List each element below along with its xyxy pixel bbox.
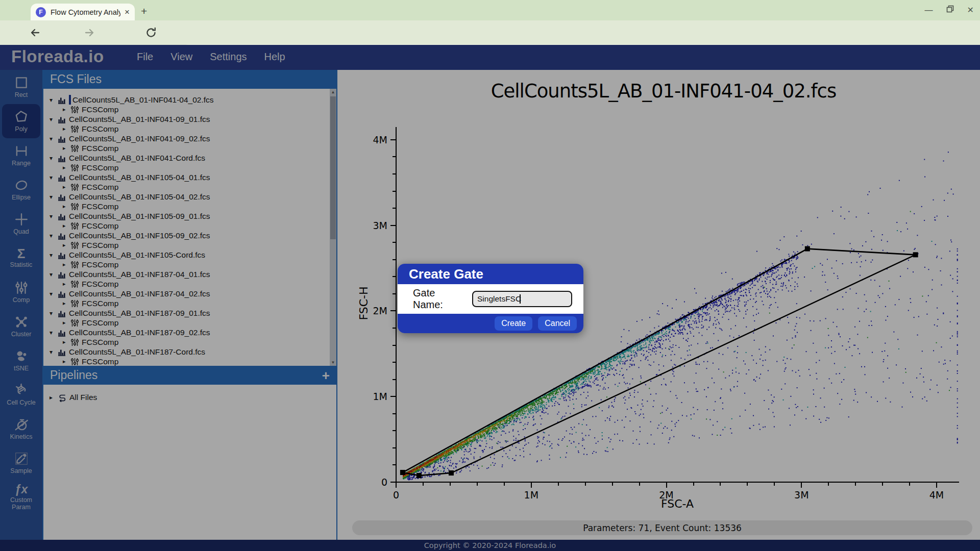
- favicon-icon: F: [36, 7, 46, 17]
- browser-tab-strip: F Flow Cytometry Analysis × + — ✕: [0, 0, 980, 20]
- browser-tab[interactable]: F Flow Cytometry Analysis ×: [31, 4, 135, 20]
- close-window-icon[interactable]: ✕: [967, 5, 974, 15]
- forward-icon[interactable]: [84, 27, 96, 39]
- restore-icon[interactable]: [946, 5, 954, 15]
- dialog-footer: Create Cancel: [398, 314, 583, 333]
- tab-close-icon[interactable]: ×: [125, 8, 130, 16]
- dialog-title: Create Gate: [398, 264, 583, 284]
- browser-toolbar: floreada.io/analysis D ⋮: [0, 20, 980, 45]
- tab-title: Flow Cytometry Analysis: [51, 8, 120, 16]
- reload-icon[interactable]: [145, 27, 157, 39]
- window-controls: — ✕: [925, 5, 974, 15]
- new-tab-button[interactable]: +: [141, 5, 147, 17]
- create-button[interactable]: Create: [495, 316, 532, 331]
- dialog-body: Gate Name:: [398, 284, 583, 314]
- gate-name-input[interactable]: [472, 291, 572, 307]
- create-gate-dialog: Create Gate Gate Name: Create Cancel: [398, 264, 583, 333]
- minimize-icon[interactable]: —: [925, 6, 933, 15]
- gate-name-label: Gate Name:: [413, 287, 466, 311]
- text-caret: [520, 294, 521, 304]
- cancel-button[interactable]: Cancel: [538, 316, 577, 331]
- back-icon[interactable]: [29, 27, 41, 39]
- screen: F Flow Cytometry Analysis × + — ✕ florea…: [0, 0, 980, 551]
